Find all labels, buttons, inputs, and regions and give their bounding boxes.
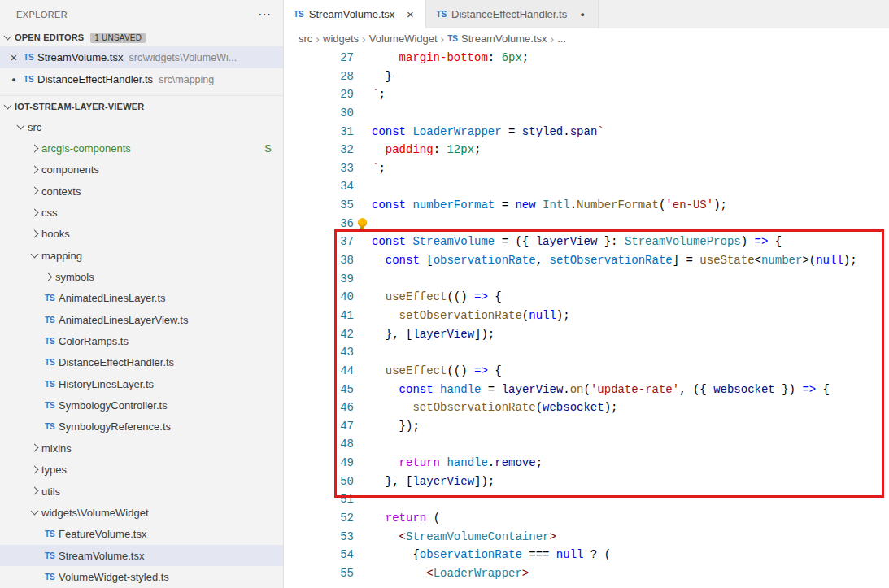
tree-item-featurevolume-tsx[interactable]: TSFeatureVolume.tsx: [0, 524, 283, 545]
modified-dot-icon[interactable]: ●: [577, 11, 588, 19]
close-icon[interactable]: ×: [7, 50, 21, 64]
code-line[interactable]: 33`;: [284, 159, 889, 178]
code-line[interactable]: 52 return (: [284, 509, 889, 528]
folder-name: contexts: [41, 185, 81, 198]
close-icon[interactable]: ×: [404, 7, 416, 21]
code-line[interactable]: 45 const handle = layerView.on('update-r…: [284, 381, 889, 399]
tree-item-mixins[interactable]: mixins: [0, 438, 283, 459]
code-text: setObservationRate(websocket);: [372, 399, 618, 417]
code-line[interactable]: 36: [284, 215, 889, 233]
code-line[interactable]: 46 setObservationRate(websocket);: [284, 399, 889, 417]
breadcrumb-label: StreamVolume.tsx: [461, 33, 547, 45]
code-line[interactable]: 40 useEffect(() => {: [284, 288, 889, 307]
code-line[interactable]: 32 padding: 12px;: [284, 141, 889, 159]
code-area[interactable]: 27 margin-bottom: 6px;28 }29`;3031const …: [284, 49, 889, 588]
code-text: {observationRate === null ? (: [372, 546, 611, 564]
code-line[interactable]: 43: [284, 343, 889, 362]
code-line[interactable]: 31const LoaderWrapper = styled.span`: [284, 123, 889, 142]
code-line[interactable]: 30: [284, 104, 889, 123]
code-line[interactable]: 48: [284, 435, 889, 454]
gutter-space: [354, 343, 372, 362]
code-line[interactable]: 42 }, [layerView]);: [284, 325, 889, 344]
code-line[interactable]: 41 setObservationRate(null);: [284, 307, 889, 325]
tree-item-utils[interactable]: utils: [0, 481, 283, 502]
tree-item-colorramps-ts[interactable]: TSColorRamps.ts: [0, 330, 283, 351]
line-number: 28: [284, 68, 354, 86]
tree-item-src[interactable]: src: [0, 116, 283, 137]
tree-item-symbologycontroller-ts[interactable]: TSSymbologyController.ts: [0, 394, 283, 416]
more-actions-icon[interactable]: ⋯: [258, 7, 272, 22]
modified-dot-icon[interactable]: ●: [7, 76, 21, 84]
chevron-right-icon: [28, 442, 41, 455]
tree-item-arcgis-components[interactable]: arcgis-componentsS: [0, 137, 283, 159]
gutter-space: [354, 362, 372, 381]
code-text: }, [layerView]);: [372, 325, 495, 344]
file-name: AnimatedLinesLayerView.ts: [59, 314, 188, 326]
code-text: <StreamVolumeContainer>: [372, 528, 556, 547]
breadcrumb-item[interactable]: TSStreamVolume.tsx: [447, 33, 547, 45]
open-editors-header[interactable]: OPEN EDITORS 1 UNSAVED: [0, 28, 283, 46]
file-name: FeatureVolume.tsx: [59, 528, 146, 540]
tab-streamvolume-tsx[interactable]: TSStreamVolume.tsx×: [284, 0, 426, 28]
line-number: 29: [284, 85, 354, 104]
editor-column: TSStreamVolume.tsx×TSDistanceEffectHandl…: [284, 0, 889, 588]
code-line[interactable]: 27 margin-bottom: 6px;: [284, 49, 889, 68]
open-editor-item[interactable]: ●TSDistanceEffectHandler.tssrc\mapping: [0, 68, 283, 90]
folder-name: mixins: [41, 442, 72, 455]
tree-item-components[interactable]: components: [0, 159, 283, 181]
tree-item-streamvolume-tsx[interactable]: TSStreamVolume.tsx: [0, 545, 283, 566]
code-line[interactable]: 38 const [observationRate, setObservatio…: [284, 251, 889, 270]
code-text: const [observationRate, setObservationRa…: [372, 251, 857, 270]
tree-item-widgets-volumewidget[interactable]: widgets\VolumeWidget: [0, 502, 283, 523]
code-line[interactable]: 37const StreamVolume = ({ layerView }: S…: [284, 233, 889, 251]
breadcrumb-item[interactable]: ...: [557, 33, 566, 45]
code-line[interactable]: 49 return handle.remove;: [284, 454, 889, 473]
breadcrumb-item[interactable]: VolumeWidget: [369, 33, 438, 45]
tree-item-animatedlineslayerview-ts[interactable]: TSAnimatedLinesLayerView.ts: [0, 309, 283, 330]
code-line[interactable]: 29`;: [284, 85, 889, 104]
breadcrumb-label: VolumeWidget: [369, 33, 438, 45]
code-line[interactable]: 34: [284, 177, 889, 196]
vscode-window: EXPLORER ⋯ OPEN EDITORS 1 UNSAVED ×TSStr…: [0, 0, 889, 588]
chevron-right-icon: [28, 142, 41, 155]
tab-label: DistanceEffectHandler.ts: [451, 8, 567, 20]
breadcrumb-item[interactable]: widgets: [323, 33, 359, 45]
code-line[interactable]: 51: [284, 490, 889, 509]
folder-name: arcgis-components: [41, 142, 131, 155]
line-number: 45: [284, 381, 354, 399]
tree-item-symbols[interactable]: symbols: [0, 266, 283, 287]
ts-file-icon: TS: [42, 316, 59, 324]
tree-item-hooks[interactable]: hooks: [0, 224, 283, 245]
chevron-right-icon: ›: [441, 33, 445, 46]
gutter-space: [354, 49, 372, 68]
open-editor-item[interactable]: ×TSStreamVolume.tsxsrc\widgets\VolumeWi.…: [0, 46, 283, 68]
tree-item-volumewidget-styled-ts[interactable]: TSVolumeWidget-styled.ts: [0, 566, 283, 587]
code-line[interactable]: 35const numberFormat = new Intl.NumberFo…: [284, 196, 889, 215]
tab-distanceeffecthandler-ts[interactable]: TSDistanceEffectHandler.ts●: [426, 0, 599, 28]
tree-item-distanceeffecthandler-ts[interactable]: TSDistanceEffectHandler.ts: [0, 352, 283, 373]
code-line[interactable]: 28 }: [284, 68, 889, 86]
breadcrumb-item[interactable]: src: [299, 33, 312, 45]
tree-item-symbologyreference-ts[interactable]: TSSymbologyReference.ts: [0, 416, 283, 438]
gutter-space: [354, 159, 372, 178]
tree-item-css[interactable]: css: [0, 202, 283, 223]
tree-item-contexts[interactable]: contexts: [0, 181, 283, 202]
line-number: 37: [284, 233, 354, 251]
code-line[interactable]: 50 }, [layerView]);: [284, 473, 889, 491]
lightbulb-icon[interactable]: [354, 215, 372, 233]
tree-item-animatedlineslayer-ts[interactable]: TSAnimatedLinesLayer.ts: [0, 288, 283, 309]
line-number: 43: [284, 343, 354, 362]
code-line[interactable]: 53 <StreamVolumeContainer>: [284, 528, 889, 547]
code-text: }: [372, 68, 392, 86]
file-name: AnimatedLinesLayer.ts: [59, 292, 166, 304]
tree-item-historylineslayer-ts[interactable]: TSHistoryLinesLayer.ts: [0, 373, 283, 394]
code-line[interactable]: 44 useEffect(() => {: [284, 362, 889, 381]
code-line[interactable]: 39: [284, 270, 889, 289]
tree-item-mapping[interactable]: mapping: [0, 245, 283, 266]
workspace-header[interactable]: IOT-STREAM-LAYER-VIEWER: [0, 95, 283, 116]
code-line[interactable]: 47 });: [284, 417, 889, 436]
code-line[interactable]: 54 {observationRate === null ? (: [284, 546, 889, 564]
line-number: 42: [284, 325, 354, 344]
code-line[interactable]: 55 <LoaderWrapper>: [284, 564, 889, 583]
tree-item-types[interactable]: types: [0, 460, 283, 481]
